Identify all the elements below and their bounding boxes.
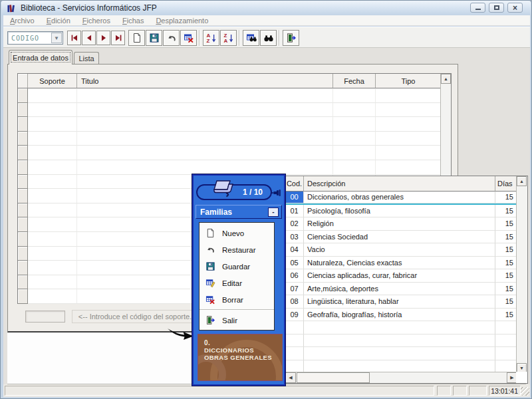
row-selector-cell (18, 88, 28, 103)
undo-button[interactable] (163, 30, 180, 46)
descripcion-cell: Arte,música, deportes (304, 283, 495, 296)
client-area: Entrada de datos Lista SoporteTituloFech… (3, 48, 530, 384)
familia-row-05[interactable]: 05Naturaleza, Ciencias exactas15 (285, 257, 527, 270)
empty-cell (304, 321, 495, 334)
menu-ficheros[interactable]: Ficheros (82, 17, 110, 25)
dias-cell: 15 (495, 283, 517, 296)
chevron-down-icon[interactable]: ▼ (51, 33, 62, 43)
empty-cell (285, 347, 304, 360)
sort-asc-button[interactable]: AZ (203, 30, 219, 46)
table-row[interactable] (18, 160, 451, 175)
record-counter-value: 1 / 10 (243, 188, 263, 197)
empty-cell (333, 132, 376, 146)
table-row[interactable] (18, 117, 451, 132)
cod-cell: 02 (285, 217, 304, 231)
descripcion-cell: Psicología, filosofía (304, 205, 495, 218)
empty-cell (285, 334, 304, 348)
familia-row-00[interactable]: 00Diccionarios, obras generales15 (285, 192, 527, 205)
table-row[interactable] (285, 334, 527, 348)
familia-row-08[interactable]: 08Lingüistica, literatura, hablar15 (285, 295, 527, 309)
table-row[interactable] (285, 347, 527, 360)
maximize-button[interactable] (489, 3, 504, 13)
familia-row-07[interactable]: 07Arte,música, deportes15 (285, 283, 527, 296)
annotation-arrow-icon (167, 326, 195, 342)
scroll-up-icon[interactable]: ▲ (517, 176, 527, 186)
familias-menu-nuevo[interactable]: Nuevo (200, 225, 274, 241)
tab-entrada-de-datos[interactable]: Entrada de datos (9, 50, 72, 65)
pushpin-icon[interactable] (270, 189, 282, 197)
empty-cell (28, 232, 77, 247)
familias-menu-borrar[interactable]: Borrar (200, 291, 274, 308)
empty-cell (333, 88, 376, 103)
delete-record-button[interactable] (180, 30, 197, 46)
table-row[interactable] (18, 88, 451, 103)
soporte-code-input[interactable] (25, 311, 65, 323)
nav-first-icon (70, 33, 79, 43)
menu-item-label: Nuevo (222, 229, 244, 237)
exit-button[interactable] (283, 30, 299, 46)
familia-title-line1: DICCIONARIOS (204, 346, 282, 354)
familia-row-03[interactable]: 03Ciencias Sociedad15 (285, 231, 527, 244)
familias-menu-salir[interactable]: Salir (200, 312, 274, 329)
familias-menu-restaurar[interactable]: Restaurar (200, 241, 274, 258)
field-selector-value: CODIGO (8, 35, 51, 42)
cod-cell: 06 (285, 269, 304, 283)
svg-text:Z: Z (206, 38, 209, 43)
empty-cell (28, 146, 77, 160)
familia-row-01[interactable]: 01Psicología, filosofía15 (285, 205, 527, 218)
menu-archivo[interactable]: Archivo (10, 17, 35, 25)
familias-vscrollbar[interactable]: ▲ ▼ (516, 176, 527, 373)
binoculars-icon (263, 33, 274, 43)
familias-popup-titlebar[interactable]: Familias - (196, 205, 282, 219)
close-button[interactable]: × (507, 3, 523, 13)
cod-cell: 01 (285, 205, 304, 218)
toolbar-separator (239, 30, 240, 46)
empty-cell (376, 160, 442, 175)
familias-table-header: Cod.DescripciónDías (285, 176, 527, 192)
search-grid-button[interactable] (243, 30, 259, 46)
next-record-button[interactable] (96, 31, 110, 45)
field-selector[interactable]: CODIGO ▼ (7, 31, 63, 45)
familia-row-04[interactable]: 04Vacio15 (285, 243, 527, 257)
descripcion-cell: Ciencias aplicadas, curar, fabricar (304, 269, 495, 283)
popup-minimize-button[interactable]: - (268, 207, 279, 217)
soporte-hint-label: <-- Introduce el código del soporte. (72, 310, 198, 323)
dias-cell: 15 (495, 243, 517, 257)
scroll-left-icon[interactable]: ◀ (285, 372, 296, 383)
familia-row-02[interactable]: 02Religión15 (285, 217, 527, 231)
familias-menu-editar[interactable]: Editar (200, 275, 274, 291)
scroll-up-icon[interactable]: ▲ (441, 74, 451, 84)
table-row[interactable] (285, 321, 527, 334)
resize-grip[interactable] (521, 387, 529, 396)
minimize-icon (475, 9, 481, 10)
menu-desplazamiento[interactable]: Desplazamiento (156, 17, 208, 25)
table-row[interactable] (18, 103, 451, 118)
table-row[interactable] (18, 132, 451, 146)
new-record-button[interactable] (128, 30, 145, 46)
descripcion-cell: Religión (304, 217, 495, 231)
scrollbar-thumb[interactable] (297, 372, 370, 383)
previous-record-button[interactable] (82, 31, 96, 45)
save-record-button[interactable] (146, 30, 162, 46)
row-selector-cell (18, 203, 28, 218)
cod-cell: 03 (285, 231, 304, 244)
dias-cell: 15 (495, 309, 517, 322)
minimize-button[interactable] (470, 3, 485, 13)
records-table-header: SoporteTituloFechaTipo (18, 74, 451, 88)
row-selector-cell (18, 146, 28, 160)
last-record-button[interactable] (111, 31, 125, 45)
menu-fichas[interactable]: Fichas (122, 17, 144, 25)
search-button[interactable] (260, 30, 277, 46)
menu-edicion[interactable]: Edición (47, 17, 70, 25)
empty-cell (28, 189, 77, 203)
familias-menu-guardar[interactable]: Guardar (200, 258, 274, 275)
familias-hscrollbar[interactable]: ◀ ▶ (285, 372, 517, 383)
familia-row-09[interactable]: 09Geofrafía, biografías, historía15 (285, 309, 527, 322)
table-row[interactable] (18, 146, 451, 160)
menu-item-label: Guardar (222, 263, 250, 271)
nav-prev-icon (84, 33, 94, 43)
sort-desc-button[interactable]: ZA (220, 30, 237, 46)
first-record-button[interactable] (67, 31, 81, 45)
tab-lista[interactable]: Lista (74, 52, 99, 65)
familia-row-06[interactable]: 06Ciencias aplicadas, curar, fabricar15 (285, 269, 527, 283)
